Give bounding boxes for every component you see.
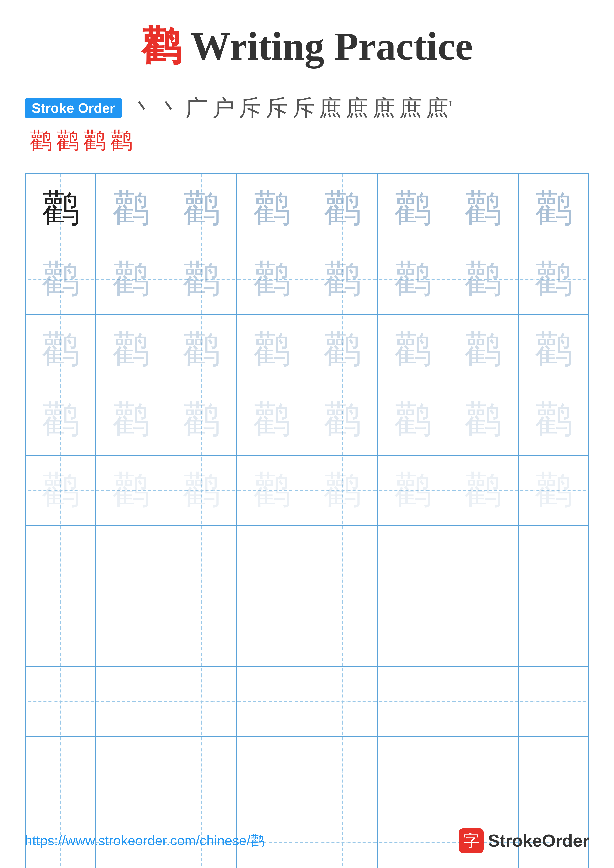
grid-cell-1-8[interactable]: 鹳 [518, 174, 589, 244]
grid-cell-9-5[interactable] [307, 736, 378, 807]
grid-cell-8-1[interactable] [25, 666, 96, 736]
grid-cell-2-6[interactable]: 鹳 [378, 244, 448, 314]
grid-cell-8-5[interactable] [307, 666, 378, 736]
grid-cell-1-1[interactable]: 鹳 [25, 174, 96, 244]
grid-cell-9-8[interactable] [518, 736, 589, 807]
grid-cell-7-6[interactable] [378, 596, 448, 666]
grid-cell-4-1[interactable]: 鹳 [25, 385, 96, 455]
stroke-char-1: 丶 [132, 93, 154, 123]
practice-char: 鹳 [112, 395, 149, 445]
grid-cell-3-7[interactable]: 鹳 [448, 315, 518, 385]
grid-cell-2-1[interactable]: 鹳 [25, 244, 96, 314]
grid-cell-6-1[interactable] [25, 525, 96, 596]
grid-cell-6-6[interactable] [378, 525, 448, 596]
practice-char: 鹳 [394, 254, 431, 304]
grid-cell-7-8[interactable] [518, 596, 589, 666]
grid-cell-5-1[interactable]: 鹳 [25, 455, 96, 525]
grid-cell-7-5[interactable] [307, 596, 378, 666]
grid-cell-7-2[interactable] [96, 596, 166, 666]
grid-row-6 [25, 525, 589, 596]
stroke-chars-row2: 鹳 鹳 鹳 鹳 [30, 126, 137, 156]
grid-row-7 [25, 596, 589, 666]
grid-cell-6-2[interactable] [96, 525, 166, 596]
grid-cell-1-2[interactable]: 鹳 [96, 174, 166, 244]
practice-char: 鹳 [42, 254, 79, 304]
grid-cell-8-3[interactable] [166, 666, 236, 736]
grid-cell-1-6[interactable]: 鹳 [378, 174, 448, 244]
grid-cell-5-2[interactable]: 鹳 [96, 455, 166, 525]
stroke-char-13: 鹳 [30, 126, 52, 156]
grid-cell-1-7[interactable]: 鹳 [448, 174, 518, 244]
grid-cell-2-4[interactable]: 鹳 [236, 244, 307, 314]
grid-cell-5-8[interactable]: 鹳 [518, 455, 589, 525]
grid-cell-1-4[interactable]: 鹳 [236, 174, 307, 244]
page-title: 鹳 Writing Practice [141, 20, 473, 73]
grid-cell-4-7[interactable]: 鹳 [448, 385, 518, 455]
grid-cell-3-2[interactable]: 鹳 [96, 315, 166, 385]
grid-cell-5-6[interactable]: 鹳 [378, 455, 448, 525]
grid-cell-3-6[interactable]: 鹳 [378, 315, 448, 385]
grid-cell-5-5[interactable]: 鹳 [307, 455, 378, 525]
grid-cell-3-3[interactable]: 鹳 [166, 315, 236, 385]
grid-cell-6-4[interactable] [236, 525, 307, 596]
grid-cell-4-4[interactable]: 鹳 [236, 385, 307, 455]
grid-cell-9-3[interactable] [166, 736, 236, 807]
grid-cell-3-8[interactable]: 鹳 [518, 315, 589, 385]
stroke-char-4: 户 [212, 93, 234, 123]
grid-row-5: 鹳 鹳 鹳 鹳 鹳 鹳 鹳 鹳 [25, 455, 589, 525]
grid-cell-1-3[interactable]: 鹳 [166, 174, 236, 244]
grid-cell-7-1[interactable] [25, 596, 96, 666]
grid-cell-4-3[interactable]: 鹳 [166, 385, 236, 455]
grid-cell-7-7[interactable] [448, 596, 518, 666]
grid-cell-4-2[interactable]: 鹳 [96, 385, 166, 455]
grid-cell-6-7[interactable] [448, 525, 518, 596]
grid-cell-9-1[interactable] [25, 736, 96, 807]
grid-cell-3-1[interactable]: 鹳 [25, 315, 96, 385]
stroke-char-9: 庶 [346, 93, 368, 123]
grid-cell-6-8[interactable] [518, 525, 589, 596]
practice-char: 鹳 [183, 395, 220, 445]
footer-url[interactable]: https://www.strokeorder.com/chinese/鹳 [25, 832, 264, 850]
grid-cell-8-2[interactable] [96, 666, 166, 736]
grid-cell-9-6[interactable] [378, 736, 448, 807]
grid-cell-7-4[interactable] [236, 596, 307, 666]
grid-cell-4-8[interactable]: 鹳 [518, 385, 589, 455]
grid-cell-3-4[interactable]: 鹳 [236, 315, 307, 385]
grid-row-2: 鹳 鹳 鹳 鹳 鹳 鹳 鹳 鹳 [25, 244, 589, 314]
grid-cell-8-6[interactable] [378, 666, 448, 736]
grid-cell-6-3[interactable] [166, 525, 236, 596]
grid-cell-9-2[interactable] [96, 736, 166, 807]
title-text: Writing Practice [181, 24, 473, 68]
grid-cell-2-7[interactable]: 鹳 [448, 244, 518, 314]
grid-cell-4-6[interactable]: 鹳 [378, 385, 448, 455]
grid-cell-2-2[interactable]: 鹳 [96, 244, 166, 314]
practice-char: 鹳 [465, 465, 502, 515]
practice-char: 鹳 [112, 465, 149, 515]
stroke-order-section: Stroke Order 丶 丶 广 户 斥 斥 斥 庶 庶 庶 庶 庶' 鹳 … [25, 93, 589, 158]
grid-cell-7-3[interactable] [166, 596, 236, 666]
practice-char: 鹳 [112, 325, 149, 375]
grid-cell-9-4[interactable] [236, 736, 307, 807]
practice-char: 鹳 [394, 325, 431, 375]
stroke-char-5: 斥 [239, 93, 261, 123]
grid-cell-6-5[interactable] [307, 525, 378, 596]
grid-cell-5-4[interactable]: 鹳 [236, 455, 307, 525]
grid-cell-9-7[interactable] [448, 736, 518, 807]
grid-cell-4-5[interactable]: 鹳 [307, 385, 378, 455]
stroke-order-row-1: Stroke Order 丶 丶 广 户 斥 斥 斥 庶 庶 庶 庶 庶' [25, 93, 589, 123]
grid-cell-2-8[interactable]: 鹳 [518, 244, 589, 314]
stroke-chars-row1: 丶 丶 广 户 斥 斥 斥 庶 庶 庶 庶 庶' [132, 93, 457, 123]
grid-cell-8-8[interactable] [518, 666, 589, 736]
practice-char: 鹳 [535, 254, 572, 304]
grid-cell-1-5[interactable]: 鹳 [307, 174, 378, 244]
grid-cell-8-7[interactable] [448, 666, 518, 736]
grid-cell-2-5[interactable]: 鹳 [307, 244, 378, 314]
logo-text: StrokeOrder [488, 831, 589, 851]
grid-cell-5-7[interactable]: 鹳 [448, 455, 518, 525]
practice-char: 鹳 [253, 254, 290, 304]
grid-cell-8-4[interactable] [236, 666, 307, 736]
grid-cell-3-5[interactable]: 鹳 [307, 315, 378, 385]
grid-row-8 [25, 666, 589, 736]
grid-cell-2-3[interactable]: 鹳 [166, 244, 236, 314]
grid-cell-5-3[interactable]: 鹳 [166, 455, 236, 525]
